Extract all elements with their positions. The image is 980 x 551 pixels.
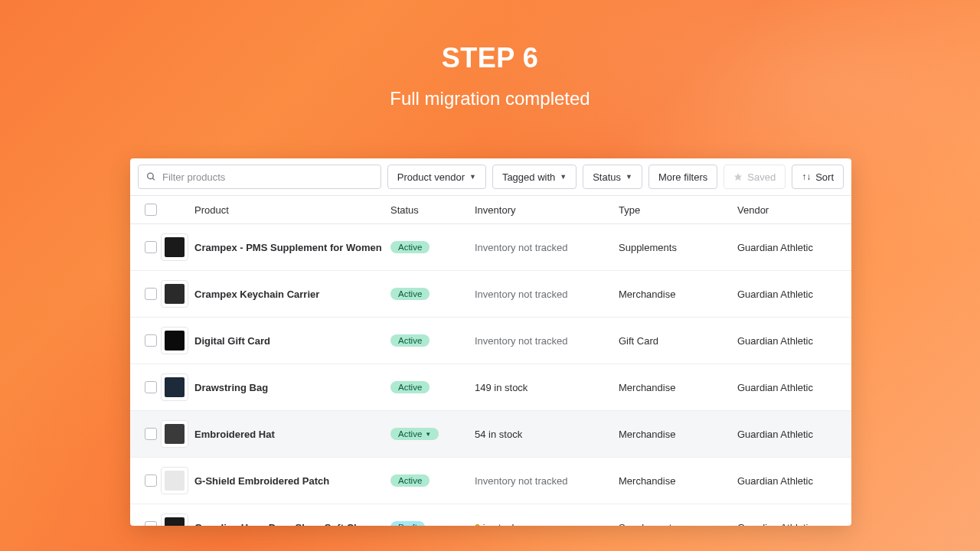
row-checkbox[interactable] (145, 334, 157, 347)
page-subtitle: Full migration completed (0, 88, 980, 109)
table-row[interactable]: Crampex - PMS Supplement for WomenActive… (130, 224, 851, 271)
svg-marker-2 (734, 173, 742, 181)
inventory-text: Inventory not tracked (475, 242, 567, 253)
chevron-down-icon: ▼ (469, 173, 476, 181)
vendor-filter-label: Product vendor (397, 171, 465, 183)
inventory-text: 54 in stock (475, 429, 522, 440)
status-label: Active (398, 429, 422, 439)
search-box[interactable] (138, 165, 381, 189)
saved-button[interactable]: Saved (724, 165, 786, 189)
inventory-text: Inventory not tracked (475, 335, 567, 347)
table-row[interactable]: Guardian HempDoze Sleep Soft ChewsDraft0… (130, 504, 851, 526)
inventory-text: Inventory not tracked (475, 289, 567, 300)
column-status: Status (390, 204, 475, 216)
status-label: Active (398, 383, 422, 392)
table-row[interactable]: Drawstring BagActive149 in stockMerchand… (130, 364, 851, 411)
product-thumbnail[interactable] (161, 233, 188, 261)
product-type: Supplements (619, 522, 677, 527)
status-badge: Active (390, 381, 430, 393)
status-badge: Active (390, 288, 430, 300)
product-type: Merchandise (619, 475, 675, 487)
product-vendor: Guardian Athletic (737, 475, 813, 487)
product-thumbnail[interactable] (161, 327, 188, 354)
product-thumbnail[interactable] (161, 280, 188, 308)
sort-button[interactable]: ↑↓ Sort (792, 165, 844, 189)
status-badge: Active (390, 334, 430, 347)
product-name[interactable]: Guardian HempDoze Sleep Soft Chews (194, 522, 379, 527)
tagged-filter-button[interactable]: Tagged with ▼ (492, 165, 577, 189)
status-badge: Active (390, 241, 430, 253)
star-icon (733, 172, 743, 181)
status-label: Draft (398, 523, 417, 526)
product-vendor: Guardian Athletic (737, 382, 813, 393)
product-type: Merchandise (619, 382, 675, 393)
column-vendor: Vendor (737, 204, 841, 216)
row-checkbox[interactable] (145, 241, 157, 253)
products-panel: Product vendor ▼ Tagged with ▼ Status ▼ … (130, 158, 851, 526)
inventory-text: Inventory not tracked (475, 475, 567, 487)
table-row[interactable]: Crampex Keychain CarrierActiveInventory … (130, 271, 851, 318)
status-filter-label: Status (593, 171, 621, 183)
product-thumbnail[interactable] (161, 373, 188, 401)
more-filters-button[interactable]: More filters (648, 165, 717, 189)
product-vendor: Guardian Athletic (737, 522, 813, 527)
svg-line-1 (152, 178, 155, 181)
status-badge: Draft (390, 521, 425, 526)
product-name[interactable]: Drawstring Bag (194, 382, 268, 393)
inventory-text: in stock (483, 522, 517, 527)
step-label: STEP 6 (0, 42, 980, 74)
tagged-filter-label: Tagged with (502, 171, 555, 183)
product-type: Supplements (619, 242, 677, 253)
product-thumbnail[interactable] (161, 467, 188, 494)
sort-icon: ↑↓ (802, 171, 811, 182)
sort-label: Sort (815, 171, 834, 183)
product-vendor: Guardian Athletic (737, 429, 813, 440)
svg-point-0 (148, 173, 154, 179)
product-vendor: Guardian Athletic (737, 335, 813, 347)
page-header: STEP 6 Full migration completed (0, 0, 980, 109)
product-thumbnail[interactable] (161, 420, 188, 448)
table-header: Product Status Inventory Type Vendor (130, 195, 851, 224)
table-row[interactable]: G-Shield Embroidered PatchActiveInventor… (130, 458, 851, 504)
inventory-text: 149 in stock (475, 382, 528, 393)
product-name[interactable]: Crampex Keychain Carrier (194, 289, 319, 300)
product-thumbnail[interactable] (161, 514, 188, 526)
product-type: Gift Card (619, 335, 658, 347)
status-label: Active (398, 476, 422, 485)
product-type: Merchandise (619, 289, 675, 300)
chevron-down-icon: ▼ (560, 173, 567, 181)
status-label: Active (398, 289, 422, 298)
column-inventory: Inventory (475, 204, 619, 216)
product-vendor: Guardian Athletic (737, 242, 813, 253)
column-product: Product (194, 204, 390, 216)
inventory-warn: 0 (475, 522, 480, 527)
table-row[interactable]: Digital Gift CardActiveInventory not tra… (130, 318, 851, 364)
row-checkbox[interactable] (145, 288, 157, 300)
row-checkbox[interactable] (145, 521, 157, 526)
chevron-down-icon: ▼ (425, 431, 431, 438)
row-checkbox[interactable] (145, 381, 157, 393)
search-icon (146, 171, 156, 182)
product-type: Merchandise (619, 429, 675, 440)
product-name[interactable]: Embroidered Hat (194, 429, 275, 440)
more-filters-label: More filters (658, 171, 707, 183)
status-badge: Active (390, 474, 430, 487)
product-vendor: Guardian Athletic (737, 289, 813, 300)
saved-label: Saved (747, 171, 776, 183)
select-all-checkbox[interactable] (145, 204, 157, 216)
product-name[interactable]: Crampex - PMS Supplement for Women (194, 242, 382, 253)
column-type: Type (619, 204, 737, 216)
search-input[interactable] (162, 171, 373, 183)
table-row[interactable]: Embroidered HatActive▼54 in stockMerchan… (130, 411, 851, 458)
status-filter-button[interactable]: Status ▼ (583, 165, 642, 189)
status-badge[interactable]: Active▼ (390, 428, 439, 440)
chevron-down-icon: ▼ (626, 173, 632, 181)
status-label: Active (398, 336, 422, 345)
vendor-filter-button[interactable]: Product vendor ▼ (387, 165, 486, 189)
product-name[interactable]: G-Shield Embroidered Patch (194, 475, 329, 487)
row-checkbox[interactable] (145, 474, 157, 487)
row-checkbox[interactable] (145, 428, 157, 440)
status-label: Active (398, 243, 422, 252)
product-name[interactable]: Digital Gift Card (194, 335, 270, 347)
products-toolbar: Product vendor ▼ Tagged with ▼ Status ▼ … (130, 158, 851, 195)
